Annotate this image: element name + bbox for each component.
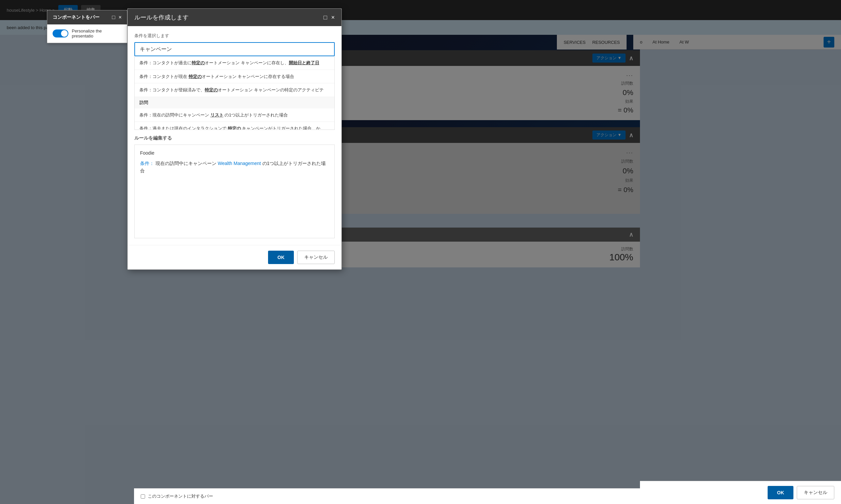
overlay-dim — [0, 0, 841, 504]
rule-edit-label: ルールを編集する — [134, 135, 335, 141]
bottom-footer: このコンポーネントに対するパー — [134, 488, 640, 504]
rule-condition-prefix-link[interactable]: 条件： — [140, 161, 154, 166]
toggle-container: Personalize the presentatio — [47, 24, 127, 43]
right-ok-button[interactable]: OK — [768, 486, 793, 499]
main-modal-footer: OK キャンセル — [128, 245, 341, 269]
dropdown-group-visit: 訪問 — [135, 97, 334, 108]
search-input[interactable] — [135, 43, 334, 56]
toggle-label: Personalize the presentatio — [72, 29, 122, 38]
dropdown-item-1[interactable]: 条件：コンタクトが現在 特定のオートメーション キャンペーンに存在する場合 — [135, 70, 334, 84]
checkbox-text: このコンポーネントに対するパー — [148, 493, 213, 499]
right-footer: OK キャンセル — [640, 481, 841, 504]
left-modal-header-icons: □ × — [112, 14, 122, 20]
rule-persona-name: Foodie — [140, 150, 329, 156]
main-modal-header: ルールを作成します □ × — [128, 9, 341, 26]
rule-condition-text: 条件： 現在の訪問中にキャンペーン Wealth Management の1つ以… — [140, 160, 329, 175]
dropdown-results: 条件：コンタクトが過去に特定のオートメーション キャンペーンに存在し、開始日と終… — [134, 56, 335, 130]
main-modal-title: ルールを作成します — [134, 13, 189, 21]
main-modal-close-button[interactable]: × — [331, 14, 335, 21]
checkbox-label[interactable]: このコンポーネントに対するパー — [141, 493, 213, 499]
right-cancel-button[interactable]: キャンセル — [797, 486, 834, 499]
left-modal-close-button[interactable]: × — [119, 14, 122, 20]
left-modal-maximize-button[interactable]: □ — [112, 14, 115, 20]
dropdown-item-4[interactable]: 条件：過去または現在のインタラクションで 特定の キャンペーンがトリガーされた場… — [135, 122, 334, 130]
personalize-checkbox[interactable] — [141, 494, 145, 499]
toggle-knob — [61, 30, 68, 37]
dropdown-item-2[interactable]: 条件：コンタクトが登録済みで、特定のオートメーション キャンペーンの特定のアクテ… — [135, 83, 334, 97]
main-modal: ルールを作成します □ × 条件を選択します 条件：コンタクトが過去に特定のオー… — [127, 8, 342, 270]
left-modal-header: コンポーネントをパー □ × — [47, 11, 127, 24]
rule-condition-link[interactable]: Wealth Management — [218, 161, 261, 166]
main-modal-header-icons: □ × — [324, 14, 335, 21]
modal-ok-button[interactable]: OK — [268, 251, 294, 264]
rule-editor-box[interactable]: Foodie 条件： 現在の訪問中にキャンペーン Wealth Manageme… — [134, 145, 335, 238]
toggle-switch[interactable] — [53, 30, 68, 37]
modal-cancel-button[interactable]: キャンセル — [297, 251, 335, 264]
dropdown-item-0[interactable]: 条件：コンタクトが過去に特定のオートメーション キャンペーンに存在し、開始日と終… — [135, 56, 334, 70]
left-modal-title: コンポーネントをパー — [53, 14, 100, 20]
search-container — [134, 42, 335, 56]
condition-select-label: 条件を選択します — [134, 33, 335, 39]
main-modal-maximize-button[interactable]: □ — [324, 14, 327, 21]
main-modal-body: 条件を選択します 条件：コンタクトが過去に特定のオートメーション キャンペーンに… — [128, 26, 341, 245]
dropdown-item-3[interactable]: 条件：現在の訪問中にキャンペーン リスト の1つ以上がトリガーされた場合 — [135, 108, 334, 122]
rule-condition-middle: 現在の訪問中にキャンペーン — [155, 161, 217, 166]
left-modal: コンポーネントをパー □ × Personalize the presentat… — [47, 10, 127, 43]
